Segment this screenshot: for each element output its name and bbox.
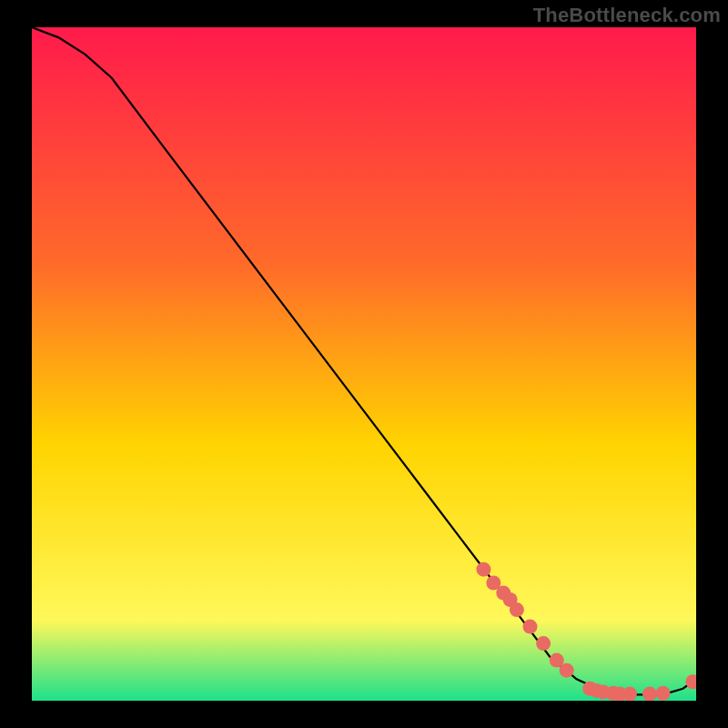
gradient-background (32, 27, 696, 701)
marker-point (622, 687, 637, 701)
marker-point (560, 663, 574, 678)
marker-point (536, 636, 551, 651)
marker-point (476, 562, 490, 577)
marker-point (656, 686, 671, 701)
watermark-text: TheBottleneck.com (533, 4, 721, 27)
marker-point (523, 620, 538, 634)
bottleneck-chart (32, 27, 696, 701)
chart-svg (32, 27, 696, 701)
marker-point (642, 687, 657, 701)
marker-point (510, 602, 524, 617)
